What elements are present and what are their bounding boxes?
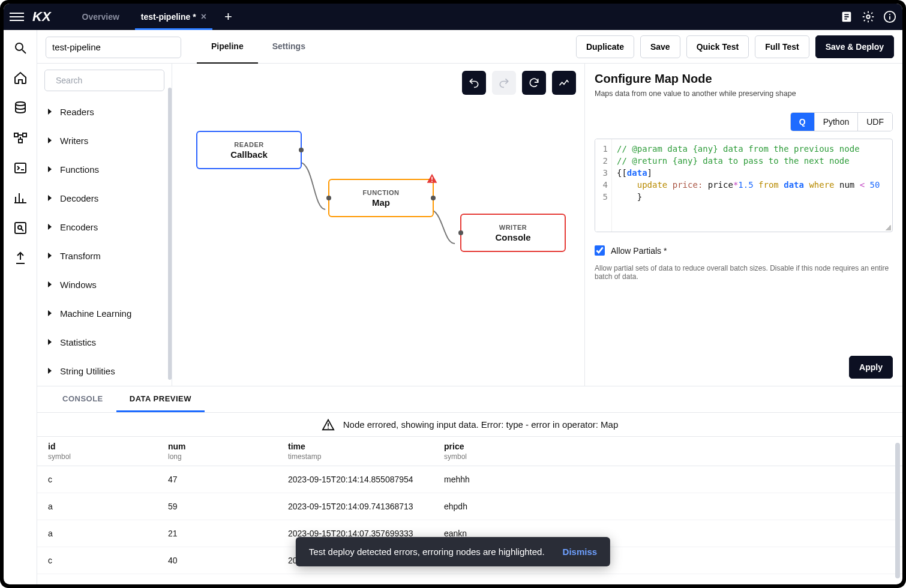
node-name-label: Console bbox=[495, 232, 530, 242]
port-out[interactable] bbox=[431, 196, 436, 200]
lang-tab-python[interactable]: Python bbox=[814, 113, 858, 131]
error-text: Node errored, showing input data. Error:… bbox=[343, 419, 619, 430]
category-string-utilities[interactable]: String Utilities bbox=[37, 356, 172, 385]
category-decoders[interactable]: Decoders bbox=[37, 184, 172, 212]
port-in[interactable] bbox=[326, 196, 331, 200]
node-config-panel: Configure Map Node Maps data from one va… bbox=[584, 64, 902, 386]
allow-partials-label: Allow Partials * bbox=[611, 246, 667, 256]
col-id[interactable]: id bbox=[37, 437, 157, 452]
resize-handle[interactable] bbox=[885, 224, 891, 230]
palette-search-input[interactable] bbox=[56, 76, 161, 85]
table-row[interactable]: a592023-09-15T20:14:09.741368713ehpdh bbox=[37, 493, 902, 520]
tab-test-pipeline[interactable]: test-pipeline * × bbox=[130, 4, 217, 30]
subtab-settings[interactable]: Settings bbox=[258, 30, 320, 64]
svg-point-16 bbox=[18, 226, 22, 229]
port-out[interactable] bbox=[299, 148, 304, 152]
cell-num: 21 bbox=[157, 520, 277, 547]
svg-rect-20 bbox=[431, 177, 433, 180]
col-price[interactable]: price bbox=[433, 437, 902, 452]
category-encoders[interactable]: Encoders bbox=[37, 212, 172, 241]
col-type: timestamp bbox=[277, 452, 433, 466]
close-icon[interactable]: × bbox=[201, 11, 206, 22]
cell-price: ehpdh bbox=[433, 493, 902, 520]
chevron-right-icon bbox=[48, 253, 52, 259]
node-reader-callback[interactable]: READER Callback bbox=[196, 131, 302, 169]
svg-point-8 bbox=[16, 43, 23, 50]
tab-console[interactable]: CONSOLE bbox=[49, 386, 116, 412]
svg-rect-7 bbox=[889, 16, 890, 20]
node-function-map[interactable]: FUNCTION Map bbox=[328, 179, 434, 217]
nodes-palette: ReadersWritersFunctionsDecodersEncodersT… bbox=[37, 64, 172, 386]
save-deploy-button[interactable]: Save & Deploy bbox=[815, 35, 894, 58]
apply-button[interactable]: Apply bbox=[849, 356, 893, 379]
editor-content[interactable]: // @param data {any} data from the previ… bbox=[612, 139, 892, 232]
workspace-tabs: Overview test-pipeline * × + bbox=[71, 4, 239, 30]
allow-partials-hint: Allow partial sets of data to reduce ove… bbox=[595, 264, 893, 281]
allow-partials-row[interactable]: Allow Partials * bbox=[595, 245, 893, 256]
add-tab-button[interactable]: + bbox=[217, 4, 239, 30]
chart-icon[interactable] bbox=[13, 191, 28, 205]
save-button[interactable]: Save bbox=[640, 35, 680, 58]
pipeline-icon[interactable] bbox=[13, 131, 28, 145]
subtab-pipeline[interactable]: Pipeline bbox=[197, 30, 258, 64]
col-time[interactable]: time bbox=[277, 437, 433, 452]
metrics-button[interactable] bbox=[552, 71, 576, 95]
chevron-right-icon bbox=[48, 368, 52, 374]
col-num[interactable]: num bbox=[157, 437, 277, 452]
category-machine-learning[interactable]: Machine Learning bbox=[37, 299, 172, 328]
category-statistics[interactable]: Statistics bbox=[37, 328, 172, 356]
col-type: symbol bbox=[37, 452, 157, 466]
config-desc: Maps data from one value to another whil… bbox=[595, 89, 893, 98]
category-label: Functions bbox=[60, 164, 99, 175]
toast-dismiss[interactable]: Dismiss bbox=[563, 547, 598, 557]
lang-tab-udf[interactable]: UDF bbox=[857, 113, 892, 131]
notes-icon[interactable] bbox=[840, 10, 853, 23]
undo-button[interactable] bbox=[462, 71, 486, 95]
quick-test-button[interactable]: Quick Test bbox=[686, 35, 749, 58]
scrollbar[interactable] bbox=[895, 443, 900, 578]
port-in[interactable] bbox=[458, 230, 463, 235]
category-readers[interactable]: Readers bbox=[37, 97, 172, 126]
error-banner: Node errored, showing input data. Error:… bbox=[37, 413, 902, 437]
warning-icon bbox=[425, 173, 439, 185]
page-toolbar: Name * Pipeline Settings Duplicate Save … bbox=[37, 30, 902, 64]
tab-overview[interactable]: Overview bbox=[71, 4, 130, 30]
refresh-button[interactable] bbox=[522, 71, 546, 95]
code-editor[interactable]: 12345 // @param data {any} data from the… bbox=[595, 139, 893, 232]
terminal-icon[interactable] bbox=[13, 161, 28, 175]
upload-icon[interactable] bbox=[13, 251, 28, 265]
allow-partials-checkbox[interactable] bbox=[595, 245, 605, 256]
language-tabs: Q Python UDF bbox=[790, 112, 893, 131]
category-functions[interactable]: Functions bbox=[37, 155, 172, 184]
home-icon[interactable] bbox=[13, 71, 28, 85]
chevron-right-icon bbox=[48, 137, 52, 143]
category-writers[interactable]: Writers bbox=[37, 126, 172, 155]
node-writer-console[interactable]: WRITER Console bbox=[460, 214, 566, 252]
category-transform[interactable]: Transform bbox=[37, 241, 172, 270]
svg-point-6 bbox=[889, 14, 890, 15]
pipeline-name-input[interactable] bbox=[46, 37, 181, 58]
chevron-right-icon bbox=[48, 310, 52, 316]
database-icon[interactable] bbox=[13, 101, 28, 115]
editor-gutter: 12345 bbox=[595, 139, 612, 232]
category-label: Encoders bbox=[60, 222, 98, 232]
palette-search[interactable] bbox=[44, 70, 164, 91]
category-label: Writers bbox=[60, 136, 88, 146]
table-row[interactable]: c472023-09-15T20:14:14.855087954mehhh bbox=[37, 466, 902, 493]
duplicate-button[interactable]: Duplicate bbox=[576, 35, 634, 58]
warning-icon bbox=[322, 418, 335, 431]
category-windows[interactable]: Windows bbox=[37, 270, 172, 299]
full-test-button[interactable]: Full Test bbox=[755, 35, 809, 58]
chevron-right-icon bbox=[48, 224, 52, 230]
gear-icon[interactable] bbox=[862, 10, 875, 23]
category-label: Transform bbox=[60, 251, 101, 261]
pipeline-canvas[interactable]: READER Callback FUNCTION Map WRITER Cons… bbox=[172, 64, 584, 386]
menu-icon[interactable] bbox=[10, 10, 24, 24]
tab-data-preview[interactable]: DATA PREVIEW bbox=[116, 386, 205, 412]
lang-tab-q[interactable]: Q bbox=[791, 113, 814, 131]
search-icon[interactable] bbox=[13, 41, 28, 55]
category-label: String Utilities bbox=[60, 366, 115, 376]
scrollbar[interactable] bbox=[168, 88, 172, 380]
inspect-icon[interactable] bbox=[13, 221, 28, 235]
info-icon[interactable] bbox=[883, 10, 896, 23]
